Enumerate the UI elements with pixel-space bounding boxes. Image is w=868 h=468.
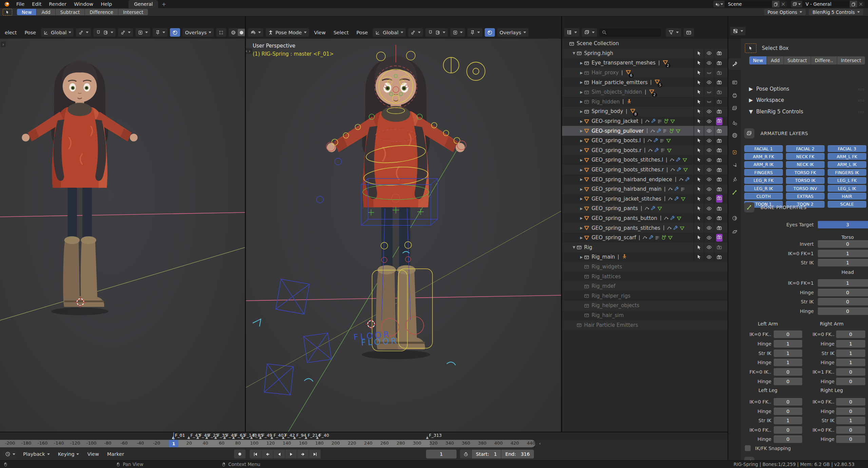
expand-expand-arrow[interactable]: ▶ [579, 129, 584, 133]
expand-expand-arrow[interactable]: ▶ [579, 216, 584, 220]
menu-select-partial[interactable]: elect [2, 30, 20, 35]
tab-object[interactable] [728, 147, 741, 158]
wrench-icon[interactable] [653, 138, 659, 143]
expand-expand-arrow[interactable]: ▶ [579, 207, 584, 210]
play-button[interactable] [285, 450, 297, 458]
outliner-row[interactable]: ▶GEO-spring_pullover [562, 126, 728, 136]
prop-field-eyes-target[interactable]: 3 [818, 221, 868, 228]
toggle-pointer[interactable] [694, 204, 704, 213]
expand-expand-arrow[interactable]: ▶ [579, 139, 584, 143]
layer-button-arm-r-fk[interactable]: ARM_R FK [744, 153, 783, 160]
shapekey-icon[interactable] [669, 128, 674, 134]
anim-icon[interactable] [668, 196, 673, 202]
toggle-camera[interactable] [714, 58, 724, 68]
outliner-row[interactable]: Rig_hair_sim [562, 311, 728, 320]
meshdata-icon[interactable] [680, 196, 686, 202]
toggle-camera_purple[interactable] [714, 194, 724, 204]
ruler-collapse-arrow[interactable]: ‹ [537, 441, 542, 446]
anim-icon[interactable] [644, 206, 650, 211]
add-workspace-button[interactable]: + [158, 1, 169, 7]
outliner-row[interactable]: ▶GEO_spring_pants [562, 204, 728, 213]
menu-help[interactable]: Help [97, 0, 116, 8]
unlink-scene-button[interactable]: ✕ [779, 1, 787, 7]
prop-field-left-arm-4[interactable]: 0 [774, 368, 802, 376]
meshdata-icon[interactable] [667, 148, 672, 153]
select-mode-intersect[interactable]: Intersect [837, 56, 865, 64]
menu-file[interactable]: File [13, 0, 28, 8]
snap-dropdown[interactable] [425, 28, 448, 37]
expand-expand-arrow[interactable]: ▶ [579, 119, 584, 123]
tab-world[interactable] [728, 130, 741, 141]
menu-playback[interactable]: Playback [20, 451, 53, 457]
layer-button-neck-fk[interactable]: NECK FK [786, 153, 825, 160]
expand-expand-arrow[interactable]: ▶ [579, 168, 584, 172]
toggle-camera[interactable] [714, 252, 724, 262]
timeline-marker[interactable]: ▲ [282, 435, 285, 439]
expand-collapse-arrow[interactable]: ▼ [572, 245, 576, 249]
overlays-toggle[interactable] [485, 28, 495, 37]
properties-context-dropdown[interactable] [730, 27, 746, 35]
filter-dropdown[interactable] [666, 28, 681, 37]
timeline-marker[interactable]: ▲ [205, 435, 208, 439]
toggle-pointer[interactable] [694, 49, 704, 58]
menu-edit[interactable]: Edit [28, 0, 45, 8]
visibility-dropdown[interactable] [450, 28, 465, 37]
toggle-eye_closed[interactable] [704, 97, 714, 107]
outliner-row[interactable]: ▶GEO_spring_hairband_endpiece [562, 174, 728, 184]
previous-keyframe-button[interactable] [262, 450, 273, 458]
auto-keying-button[interactable] [234, 450, 246, 458]
toggle-pointer[interactable] [694, 184, 704, 194]
select-mode-intersect[interactable]: Intersect [118, 9, 148, 15]
dots-icon[interactable] [655, 235, 660, 240]
anim-icon[interactable] [648, 148, 653, 153]
select-box-tool-icon[interactable] [3, 9, 12, 16]
layer-button-fingers-ik[interactable]: FINGERS IK [828, 169, 866, 176]
light-gizmo-icon[interactable] [443, 57, 485, 80]
toggle-pointer[interactable] [694, 252, 704, 262]
outliner-row[interactable]: ▶GEO_spring_scarf [562, 233, 728, 243]
toggle-eye[interactable] [704, 136, 714, 146]
overlays-dropdown[interactable]: Overlays [497, 28, 528, 37]
xray-toggle[interactable] [216, 28, 226, 37]
meshdata-icon[interactable] [670, 118, 675, 124]
dots-icon[interactable] [660, 148, 666, 153]
prop-field-left-leg-4[interactable]: 0 [774, 435, 802, 443]
toggle-camera[interactable] [714, 223, 724, 233]
dots-icon[interactable] [660, 138, 665, 143]
outliner-row[interactable]: ▶GEO_spring_jacket_stitches [562, 194, 728, 204]
toggle-camera[interactable] [714, 49, 724, 58]
toggle-eye[interactable] [704, 165, 714, 175]
prop-field-left-arm-0[interactable]: 0 [774, 331, 802, 338]
select-mode-new[interactable]: New [17, 9, 37, 15]
prop-field-right-arm-5[interactable]: 0 [836, 378, 865, 385]
meshdata-icon[interactable] [676, 216, 682, 221]
shading-solid-button[interactable] [238, 29, 245, 36]
overlays-dropdown[interactable]: Overlays [182, 28, 214, 37]
toggle-camera_x[interactable] [714, 87, 724, 97]
toggle-camera[interactable] [714, 146, 724, 155]
meshdata-icon[interactable] [666, 138, 671, 143]
meshdata-icon[interactable] [675, 128, 681, 134]
layer-button-facial-2[interactable]: FACIAL 2 [786, 145, 825, 152]
anim-icon[interactable] [647, 138, 652, 143]
outliner-row[interactable]: ▶Spring_body8 [562, 107, 728, 116]
toggle-eye[interactable] [704, 146, 714, 155]
toggle-eye[interactable] [704, 252, 714, 262]
new-collection-button[interactable] [683, 28, 694, 37]
meshdata-icon[interactable] [683, 167, 688, 172]
prop-field-right-arm-2[interactable]: 1 [836, 350, 865, 357]
timeline-marker[interactable]: ▲ [214, 435, 217, 439]
ikfk-snapping-checkbox[interactable] [745, 445, 751, 451]
layer-button-torso-ik[interactable]: TORSO IK [786, 177, 825, 184]
tab-material[interactable] [728, 212, 741, 224]
wrench-icon[interactable] [674, 196, 679, 202]
expand-expand-arrow[interactable]: ▶ [579, 61, 584, 65]
menu-pose[interactable]: Pose [22, 30, 39, 35]
layer-button-extras[interactable]: EXTRAS [786, 193, 825, 200]
toggle-pointer[interactable] [694, 155, 704, 165]
layer-button-leg-r-fk[interactable]: LEG_R FK [744, 177, 783, 184]
outliner-row[interactable]: ▶GEO_spring_boots_stitches.l [562, 155, 728, 165]
expand-collapse-arrow[interactable]: ▼ [572, 51, 576, 55]
toggle-camera[interactable] [714, 213, 724, 223]
layer-button-leg-l-ik[interactable]: LEG_L IK [828, 185, 866, 192]
